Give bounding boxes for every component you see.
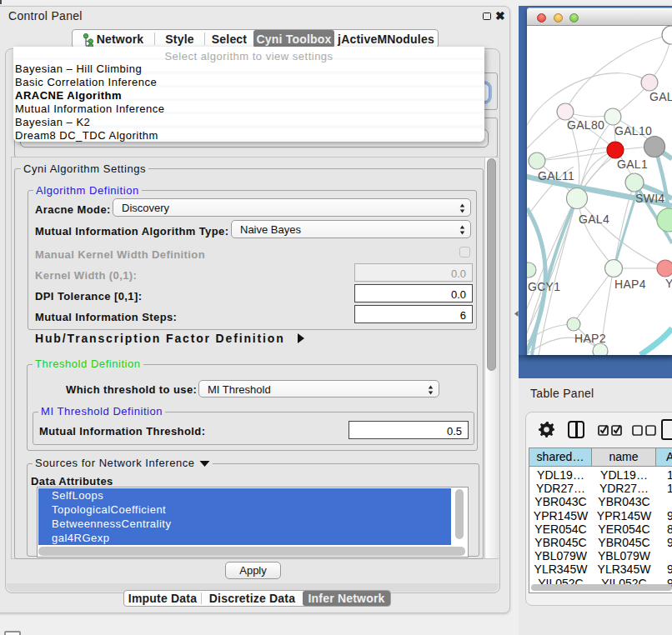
svg-text:GAL11: GAL11	[538, 169, 574, 182]
svg-text:GAL1: GAL1	[617, 158, 648, 171]
svg-text:HAP2: HAP2	[574, 332, 606, 345]
svg-text:GAL80: GAL80	[567, 118, 604, 132]
svg-text:GCY1: GCY1	[528, 280, 560, 293]
svg-text:Y: Y	[665, 277, 672, 290]
svg-text:HAP4: HAP4	[614, 278, 646, 291]
svg-text:SWI4: SWI4	[635, 192, 664, 205]
svg-text:GAL4: GAL4	[579, 212, 609, 226]
svg-text:GAL10: GAL10	[614, 124, 652, 138]
svg-text:GAL7: GAL7	[649, 90, 672, 103]
